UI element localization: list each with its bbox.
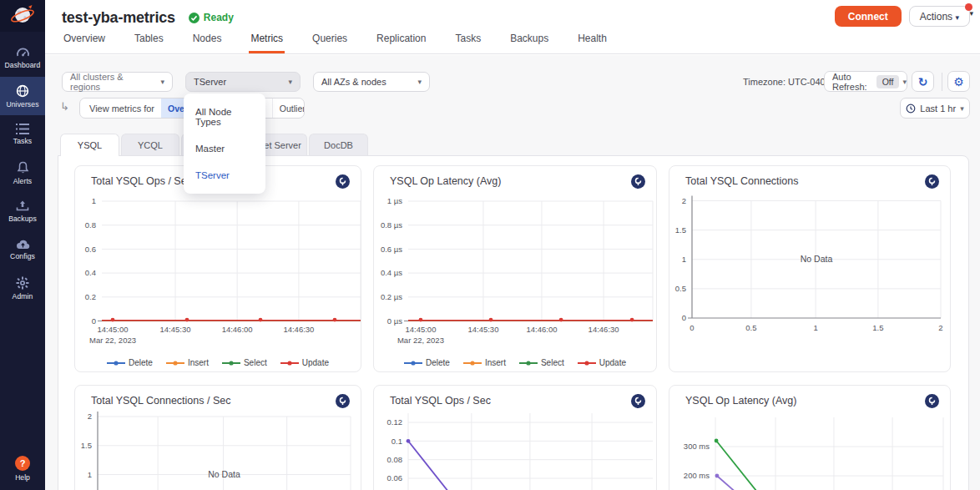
time-range-selector[interactable]: Last 1 hr ▾ [900,98,970,119]
yugabyte-chart-icon[interactable] [631,174,645,192]
sidebar-item-dashboard[interactable]: Dashboard [0,38,45,77]
tasks-icon [16,124,29,134]
svg-text:14:45:30: 14:45:30 [160,325,191,334]
tab-metrics[interactable]: Metrics [249,33,285,53]
legend-label: Select [244,358,267,367]
connect-button[interactable]: Connect [835,6,902,27]
chart-plot: 10.80.60.40.2014:45:0014:45:3014:46:0014… [75,166,361,372]
caret-down-icon: ▾ [960,104,964,113]
chart-title: Total YSQL Connections / Sec [91,395,230,407]
sidebar-item-label: Dashboard [5,61,41,69]
yugabyte-logo[interactable] [0,0,45,32]
dashboard-icon [16,46,30,58]
svg-text:0.08: 0.08 [387,455,403,464]
legend-marker-icon [222,360,240,366]
sidebar-item-universes[interactable]: Universes [0,77,45,115]
sidebar-item-configs[interactable]: Configs [0,230,45,269]
auto-refresh-control[interactable]: Auto Refresh: Off ▾ [824,71,907,92]
refresh-icon: ↻ [918,75,928,88]
sidebar-item-alerts[interactable]: Alerts [0,154,45,192]
sidebar-item-help[interactable]: ? Help [0,456,45,482]
node-type-option-master[interactable]: Master [184,135,265,162]
node-type-option-all-node-types[interactable]: All Node Types [184,99,265,135]
legend-label: Delete [426,358,450,367]
svg-text:2: 2 [938,323,942,332]
charts-panel: 10.80.60.40.2014:45:0014:45:3014:46:0014… [58,155,969,490]
tab-replication[interactable]: Replication [375,33,427,53]
svg-text:0.2: 0.2 [85,292,96,301]
tab-health[interactable]: Health [576,33,609,53]
legend-marker-icon [519,360,538,366]
sidebar-item-backups[interactable]: Backups [0,192,45,230]
actions-label: Actions [920,11,952,23]
svg-text:1 µs: 1 µs [387,196,402,205]
cluster-region-filter[interactable]: All clusters & regions ▾ [62,72,173,92]
legend-item-insert[interactable]: Insert [463,358,506,367]
clock-icon [906,104,916,114]
caret-down-icon: ▾ [288,78,292,86]
yugabyte-chart-icon[interactable] [631,394,645,412]
svg-text:1: 1 [92,196,96,205]
tab-backups[interactable]: Backups [508,33,550,53]
settings-button[interactable]: ⚙ [947,71,970,92]
svg-text:14:45:00: 14:45:00 [98,325,129,334]
help-label: Help [15,473,30,482]
legend-marker-icon [280,360,299,366]
metric-tab-ycql[interactable]: YCQL [121,134,179,155]
chart-title: Total YSQL Connections [685,175,799,187]
legend-item-update[interactable]: Update [578,358,626,367]
auto-refresh-label: Auto Refresh: [832,72,872,92]
svg-text:14:45:00: 14:45:00 [405,325,436,334]
divider [942,73,942,91]
svg-text:0.1: 0.1 [391,437,402,446]
tab-tables[interactable]: Tables [133,33,165,53]
legend-item-select[interactable]: Select [222,358,267,367]
legend-marker-icon [166,360,184,366]
az-node-value: All AZs & nodes [321,77,386,87]
legend-item-select[interactable]: Select [519,358,564,367]
chart-title: Total YSQL Ops / Sec [91,175,192,187]
legend-label: Insert [485,358,506,367]
yugabyte-chart-icon[interactable] [925,174,939,192]
tab-overview[interactable]: Overview [62,33,107,53]
svg-text:No Data: No Data [208,469,240,479]
check-circle-icon [189,13,200,23]
legend-item-update[interactable]: Update [280,358,329,367]
legend-label: Update [599,358,626,367]
svg-text:1.5: 1.5 [675,225,686,235]
svg-text:14:46:00: 14:46:00 [222,325,253,334]
svg-text:0.2 µs: 0.2 µs [381,292,402,301]
sidebar-item-label: Configs [10,252,35,260]
yugabyte-chart-icon[interactable] [925,394,939,412]
caret-down-icon: ▾ [417,78,422,86]
caret-down-icon: ▾ [160,78,164,86]
svg-text:1.5: 1.5 [872,323,883,332]
time-range-value: Last 1 hr [920,104,956,114]
yugabyte-chart-icon[interactable] [336,174,350,192]
tab-tasks[interactable]: Tasks [453,33,482,53]
view-metrics-option-outlier-tables[interactable]: Outlier Tables [272,98,305,119]
rocket-planet-icon [8,3,37,28]
node-type-filter[interactable]: TServer ▾ [185,72,301,92]
metric-tab-docdb[interactable]: DocDB [309,134,368,155]
yugabyte-chart-icon[interactable] [336,394,350,412]
legend-item-delete[interactable]: Delete [107,358,153,367]
sidebar-item-tasks[interactable]: Tasks [0,115,45,154]
svg-text:300 ms: 300 ms [684,442,710,451]
az-node-filter[interactable]: All AZs & nodes ▾ [313,72,430,92]
legend-item-insert[interactable]: Insert [166,358,209,367]
node-type-option-tserver[interactable]: TServer [184,162,265,189]
svg-text:14:46:00: 14:46:00 [526,325,557,334]
sidebar-item-label: Tasks [13,137,32,145]
tab-queries[interactable]: Queries [311,33,349,53]
metric-tab-ysql[interactable]: YSQL [60,134,119,156]
actions-button[interactable]: Actions ▾ [909,6,970,27]
sidebar-item-admin[interactable]: Admin [0,269,45,307]
legend-marker-icon [463,360,482,366]
sidebar: DashboardUniversesTasksAlertsBackupsConf… [0,0,45,490]
legend-item-delete[interactable]: Delete [404,358,450,367]
backups-icon [16,200,29,212]
legend-marker-icon [107,360,125,366]
tab-nodes[interactable]: Nodes [191,33,224,53]
refresh-button[interactable]: ↻ [912,71,934,92]
